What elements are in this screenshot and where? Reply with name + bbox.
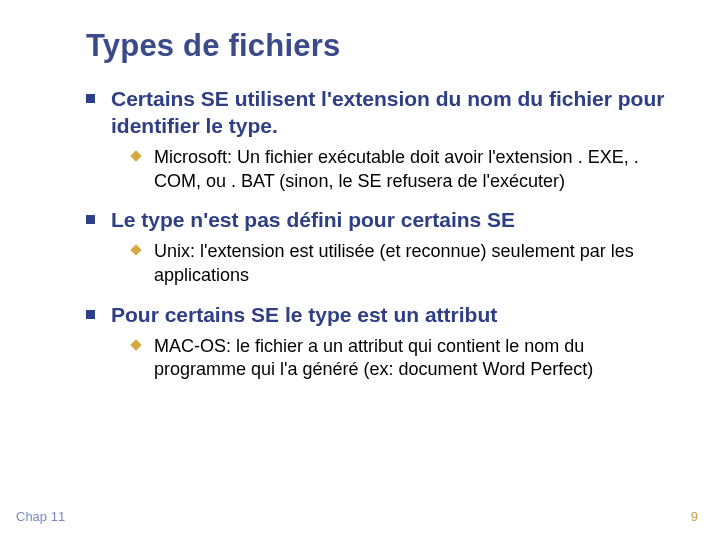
- page-number: 9: [691, 509, 698, 524]
- sub-bullet-3: MAC-OS: le fichier a un attribut qui con…: [132, 335, 670, 383]
- sub-bullet-row: MAC-OS: le fichier a un attribut qui con…: [132, 335, 670, 383]
- slide-title: Types de fichiers: [86, 28, 670, 64]
- bullet-text: Certains SE utilisent l'extension du nom…: [111, 86, 670, 140]
- sub-bullet-text: MAC-OS: le fichier a un attribut qui con…: [154, 335, 670, 383]
- bullet-3: Pour certains SE le type est un attribut…: [86, 302, 670, 382]
- bullet-row: Certains SE utilisent l'extension du nom…: [86, 86, 670, 140]
- bullet-1: Certains SE utilisent l'extension du nom…: [86, 86, 670, 193]
- sub-bullet-1: Microsoft: Un fichier exécutable doit av…: [132, 146, 670, 194]
- bullet-2: Le type n'est pas défini pour certains S…: [86, 207, 670, 287]
- bullet-row: Pour certains SE le type est un attribut: [86, 302, 670, 329]
- slide: Types de fichiers Certains SE utilisent …: [0, 0, 720, 540]
- square-bullet-icon: [86, 94, 95, 103]
- square-bullet-icon: [86, 215, 95, 224]
- square-bullet-icon: [86, 310, 95, 319]
- diamond-bullet-icon: [130, 150, 141, 161]
- sub-bullet-row: Microsoft: Un fichier exécutable doit av…: [132, 146, 670, 194]
- bullet-text: Le type n'est pas défini pour certains S…: [111, 207, 515, 234]
- footer-chapter: Chap 11: [16, 509, 65, 524]
- sub-bullet-text: Unix: l'extension est utilisée (et recon…: [154, 240, 670, 288]
- diamond-bullet-icon: [130, 244, 141, 255]
- diamond-bullet-icon: [130, 339, 141, 350]
- sub-bullet-row: Unix: l'extension est utilisée (et recon…: [132, 240, 670, 288]
- bullet-text: Pour certains SE le type est un attribut: [111, 302, 497, 329]
- sub-bullet-2: Unix: l'extension est utilisée (et recon…: [132, 240, 670, 288]
- bullet-row: Le type n'est pas défini pour certains S…: [86, 207, 670, 234]
- sub-bullet-text: Microsoft: Un fichier exécutable doit av…: [154, 146, 670, 194]
